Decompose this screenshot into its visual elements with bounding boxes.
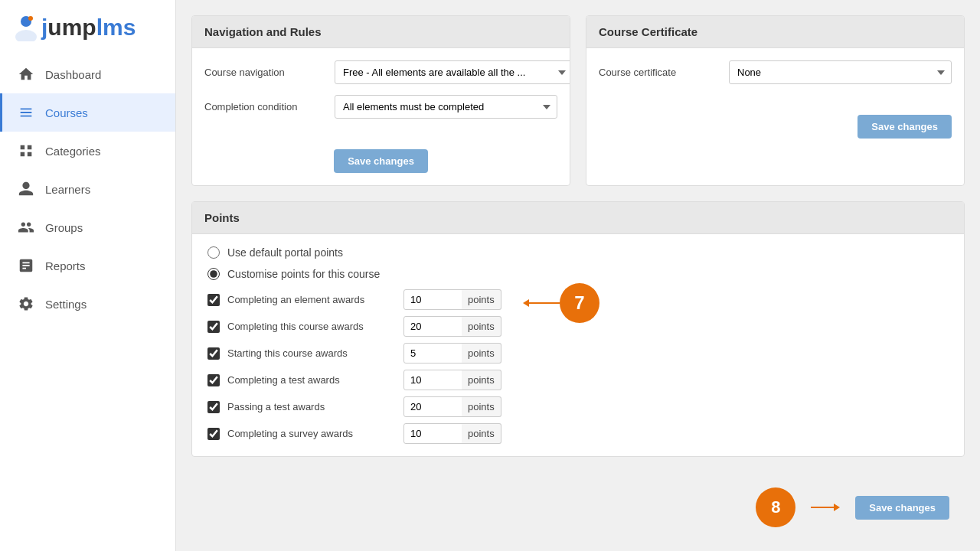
completing-survey-unit: points: [462, 423, 501, 444]
logo-icon: [12, 14, 40, 41]
course-navigation-label: Course navigation: [204, 67, 327, 78]
annotation-7: 7: [560, 283, 599, 323]
certificate-row: Course certificate None Certificate A Ce…: [599, 60, 952, 84]
starting-course-input[interactable]: [403, 343, 465, 364]
completing-survey-input[interactable]: [403, 423, 465, 444]
completing-course-unit: points: [462, 316, 501, 337]
points-title: Points: [192, 202, 964, 234]
completing-element-unit: points: [462, 289, 501, 310]
completing-test-input[interactable]: [403, 370, 465, 390]
starting-course-input-group: points: [403, 343, 501, 364]
sidebar-label-dashboard: Dashboard: [45, 68, 101, 81]
starting-course-unit: points: [462, 343, 501, 364]
points-grid: Completing an element awards points 7: [207, 289, 949, 444]
table-row: Passing a test awards points: [207, 396, 949, 417]
settings-icon: [18, 295, 34, 312]
completing-test-input-group: points: [403, 370, 501, 390]
passing-test-input-group: points: [403, 396, 501, 417]
logo-text: jumplms: [41, 16, 136, 39]
completing-element-checkbox[interactable]: [207, 294, 220, 306]
completing-survey-label: Completing a survey awards: [227, 428, 396, 439]
completing-survey-checkbox[interactable]: [207, 428, 220, 440]
points-save-button[interactable]: Save changes: [855, 496, 949, 520]
course-navigation-row: Course navigation Free - All elements ar…: [204, 60, 557, 84]
completing-element-input-group: points: [403, 289, 501, 310]
completing-survey-input-group: points: [403, 423, 501, 444]
sidebar: jumplms Dashboard Courses Categories Lea…: [0, 0, 176, 551]
svg-point-1: [15, 30, 37, 41]
certificate-select[interactable]: None Certificate A Certificate B: [729, 60, 952, 84]
completing-element-input[interactable]: [403, 289, 465, 310]
sidebar-item-learners[interactable]: Learners: [0, 170, 175, 208]
completing-course-checkbox[interactable]: [207, 321, 220, 333]
sidebar-item-settings[interactable]: Settings: [0, 285, 175, 323]
certificate-title: Course Certificate: [586, 16, 964, 48]
annotation-8: 8: [756, 487, 795, 527]
top-panels-row: Navigation and Rules Course navigation F…: [191, 15, 965, 186]
sidebar-label-courses: Courses: [45, 106, 88, 119]
learners-icon: [18, 181, 34, 197]
completing-test-unit: points: [462, 370, 501, 390]
completion-condition-select[interactable]: All elements must be completed Any eleme…: [335, 95, 557, 119]
completing-course-label: Completing this course awards: [227, 321, 396, 332]
sidebar-item-reports[interactable]: Reports: [0, 246, 175, 285]
sidebar-item-courses[interactable]: Courses: [0, 93, 175, 132]
completing-element-label: Completing an element awards: [227, 294, 396, 305]
course-navigation-select[interactable]: Free - All elements are available all th…: [335, 60, 570, 84]
sidebar-item-dashboard[interactable]: Dashboard: [0, 55, 175, 93]
passing-test-input[interactable]: [403, 396, 465, 417]
certificate-label: Course certificate: [599, 67, 721, 78]
reports-icon: [18, 257, 34, 274]
table-row: Completing a test awards points: [207, 370, 949, 390]
sidebar-label-groups: Groups: [45, 221, 83, 234]
table-row: Starting this course awards points: [207, 343, 949, 364]
sidebar-label-reports: Reports: [45, 259, 86, 272]
nav-save-button[interactable]: Save changes: [334, 149, 428, 173]
radio-custom[interactable]: [207, 268, 220, 280]
home-icon: [18, 66, 34, 83]
starting-course-label: Starting this course awards: [227, 347, 396, 359]
sidebar-item-groups[interactable]: Groups: [0, 208, 175, 246]
passing-test-checkbox[interactable]: [207, 401, 220, 413]
radio-default[interactable]: [207, 246, 220, 259]
categories-icon: [18, 142, 34, 159]
sidebar-item-categories[interactable]: Categories: [0, 132, 175, 170]
passing-test-label: Passing a test awards: [227, 401, 396, 412]
completing-course-input[interactable]: [403, 316, 465, 337]
starting-course-checkbox[interactable]: [207, 347, 220, 360]
sidebar-label-learners: Learners: [45, 183, 90, 196]
courses-icon: [18, 104, 34, 121]
radio-custom-row: Customise points for this course: [207, 268, 949, 280]
navigation-rules-panel: Navigation and Rules Course navigation F…: [191, 15, 570, 186]
bottom-save-row: 8 Save changes: [191, 472, 965, 543]
points-panel: Points Use default portal points Customi…: [191, 201, 965, 457]
completing-test-checkbox[interactable]: [207, 374, 220, 386]
radio-default-label: Use default portal points: [227, 246, 343, 259]
groups-icon: [18, 219, 34, 236]
completing-course-input-group: points: [403, 316, 501, 337]
logo-area: jumplms: [0, 0, 175, 55]
sidebar-label-categories: Categories: [45, 145, 101, 158]
passing-test-unit: points: [462, 396, 501, 417]
sidebar-label-settings: Settings: [45, 298, 87, 311]
navigation-rules-title: Navigation and Rules: [192, 16, 570, 48]
table-row: Completing an element awards points 7: [207, 289, 949, 310]
completion-condition-row: Completion condition All elements must b…: [204, 95, 557, 119]
radio-custom-label: Customise points for this course: [227, 268, 380, 280]
table-row: Completing a survey awards points: [207, 423, 949, 444]
main-content: Navigation and Rules Course navigation F…: [176, 0, 980, 551]
radio-default-row: Use default portal points: [207, 246, 949, 259]
cert-save-button[interactable]: Save changes: [858, 115, 952, 139]
completion-condition-label: Completion condition: [204, 101, 327, 112]
svg-point-2: [28, 16, 33, 21]
certificate-panel: Course Certificate Course certificate No…: [586, 15, 965, 186]
completing-test-label: Completing a test awards: [227, 374, 396, 386]
